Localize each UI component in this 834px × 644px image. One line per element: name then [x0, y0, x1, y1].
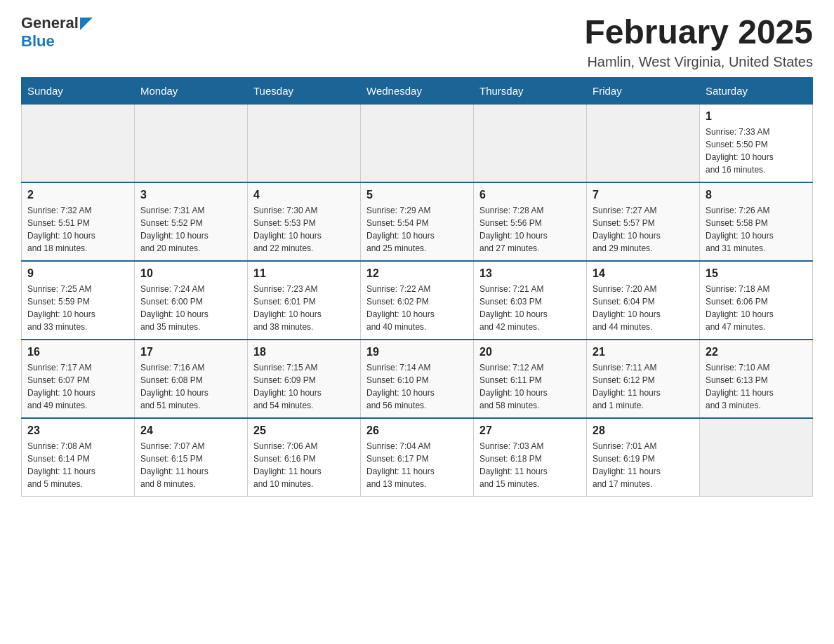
calendar-day-header: Tuesday — [248, 77, 361, 104]
calendar-day-cell — [361, 104, 474, 182]
calendar-week-row: 23Sunrise: 7:08 AM Sunset: 6:14 PM Dayli… — [22, 418, 813, 497]
calendar-day-header: Saturday — [700, 77, 813, 104]
calendar-day-cell: 16Sunrise: 7:17 AM Sunset: 6:07 PM Dayli… — [22, 340, 135, 418]
day-info: Sunrise: 7:24 AM Sunset: 6:00 PM Dayligh… — [140, 283, 241, 333]
calendar-day-cell: 23Sunrise: 7:08 AM Sunset: 6:14 PM Dayli… — [22, 418, 135, 497]
day-info: Sunrise: 7:33 AM Sunset: 5:50 PM Dayligh… — [706, 126, 807, 176]
calendar-day-cell: 11Sunrise: 7:23 AM Sunset: 6:01 PM Dayli… — [248, 261, 361, 340]
day-number: 10 — [140, 267, 241, 280]
day-info: Sunrise: 7:21 AM Sunset: 6:03 PM Dayligh… — [479, 283, 581, 333]
day-number: 6 — [479, 189, 581, 201]
day-number: 8 — [706, 189, 807, 201]
day-info: Sunrise: 7:22 AM Sunset: 6:02 PM Dayligh… — [366, 283, 468, 333]
day-info: Sunrise: 7:03 AM Sunset: 6:18 PM Dayligh… — [479, 440, 581, 490]
day-info: Sunrise: 7:01 AM Sunset: 6:19 PM Dayligh… — [593, 440, 694, 490]
calendar-day-cell: 17Sunrise: 7:16 AM Sunset: 6:08 PM Dayli… — [135, 340, 248, 418]
calendar-day-cell — [22, 104, 135, 182]
calendar-day-header: Friday — [587, 77, 700, 104]
calendar-day-cell: 3Sunrise: 7:31 AM Sunset: 5:52 PM Daylig… — [135, 182, 248, 261]
calendar-day-cell: 28Sunrise: 7:01 AM Sunset: 6:19 PM Dayli… — [587, 418, 700, 497]
day-number: 13 — [479, 267, 581, 280]
day-info: Sunrise: 7:16 AM Sunset: 6:08 PM Dayligh… — [140, 361, 241, 412]
calendar-day-header: Wednesday — [361, 77, 474, 104]
calendar-day-cell: 26Sunrise: 7:04 AM Sunset: 6:17 PM Dayli… — [361, 418, 474, 497]
day-info: Sunrise: 7:20 AM Sunset: 6:04 PM Dayligh… — [593, 283, 694, 333]
day-info: Sunrise: 7:04 AM Sunset: 6:17 PM Dayligh… — [366, 440, 468, 490]
day-info: Sunrise: 7:30 AM Sunset: 5:53 PM Dayligh… — [253, 204, 355, 255]
day-info: Sunrise: 7:29 AM Sunset: 5:54 PM Dayligh… — [366, 204, 468, 255]
day-number: 17 — [140, 346, 241, 358]
calendar-day-cell: 12Sunrise: 7:22 AM Sunset: 6:02 PM Dayli… — [361, 261, 474, 340]
day-number: 24 — [140, 424, 241, 437]
day-info: Sunrise: 7:10 AM Sunset: 6:13 PM Dayligh… — [706, 361, 807, 412]
day-number: 28 — [593, 424, 694, 437]
day-number: 22 — [706, 346, 807, 358]
calendar-day-header: Monday — [135, 77, 248, 104]
day-number: 27 — [479, 424, 581, 437]
calendar-day-cell: 1Sunrise: 7:33 AM Sunset: 5:50 PM Daylig… — [700, 104, 813, 182]
day-number: 18 — [253, 346, 355, 358]
day-number: 23 — [27, 424, 128, 437]
calendar-day-cell — [135, 104, 248, 182]
calendar-header-row: SundayMondayTuesdayWednesdayThursdayFrid… — [22, 77, 813, 104]
day-info: Sunrise: 7:31 AM Sunset: 5:52 PM Dayligh… — [140, 204, 241, 255]
day-info: Sunrise: 7:15 AM Sunset: 6:09 PM Dayligh… — [253, 361, 355, 412]
day-info: Sunrise: 7:07 AM Sunset: 6:15 PM Dayligh… — [140, 440, 241, 490]
calendar-day-cell — [587, 104, 700, 182]
logo-general-text: General — [21, 14, 79, 32]
day-number: 12 — [366, 267, 468, 280]
day-number: 19 — [366, 346, 468, 358]
calendar-day-cell — [248, 104, 361, 182]
calendar-week-row: 2Sunrise: 7:32 AM Sunset: 5:51 PM Daylig… — [22, 182, 813, 261]
day-number: 25 — [253, 424, 355, 437]
day-info: Sunrise: 7:25 AM Sunset: 5:59 PM Dayligh… — [27, 283, 128, 333]
day-number: 21 — [593, 346, 694, 358]
day-number: 9 — [27, 267, 128, 280]
day-info: Sunrise: 7:26 AM Sunset: 5:58 PM Dayligh… — [706, 204, 807, 255]
day-number: 26 — [366, 424, 468, 437]
logo-arrow-icon — [80, 18, 93, 30]
calendar-day-cell: 14Sunrise: 7:20 AM Sunset: 6:04 PM Dayli… — [587, 261, 700, 340]
day-number: 2 — [27, 189, 128, 201]
calendar-day-cell: 18Sunrise: 7:15 AM Sunset: 6:09 PM Dayli… — [248, 340, 361, 418]
day-number: 20 — [479, 346, 581, 358]
day-number: 4 — [253, 189, 355, 201]
month-title: February 2025 — [584, 14, 813, 51]
day-info: Sunrise: 7:28 AM Sunset: 5:56 PM Dayligh… — [479, 204, 581, 255]
calendar-day-cell — [474, 104, 587, 182]
day-number: 15 — [706, 267, 807, 280]
day-info: Sunrise: 7:18 AM Sunset: 6:06 PM Dayligh… — [706, 283, 807, 333]
location-subtitle: Hamlin, West Virginia, United States — [584, 54, 813, 70]
day-number: 5 — [366, 189, 468, 201]
day-info: Sunrise: 7:32 AM Sunset: 5:51 PM Dayligh… — [27, 204, 128, 255]
calendar-day-cell: 25Sunrise: 7:06 AM Sunset: 6:16 PM Dayli… — [248, 418, 361, 497]
calendar-day-header: Thursday — [474, 77, 587, 104]
calendar-day-cell: 13Sunrise: 7:21 AM Sunset: 6:03 PM Dayli… — [474, 261, 587, 340]
calendar-day-cell: 19Sunrise: 7:14 AM Sunset: 6:10 PM Dayli… — [361, 340, 474, 418]
logo-blue-text: Blue — [21, 32, 55, 51]
day-info: Sunrise: 7:23 AM Sunset: 6:01 PM Dayligh… — [253, 283, 355, 333]
day-number: 16 — [27, 346, 128, 358]
calendar-week-row: 9Sunrise: 7:25 AM Sunset: 5:59 PM Daylig… — [22, 261, 813, 340]
day-number: 14 — [593, 267, 694, 280]
day-info: Sunrise: 7:11 AM Sunset: 6:12 PM Dayligh… — [593, 361, 694, 412]
calendar-day-cell: 27Sunrise: 7:03 AM Sunset: 6:18 PM Dayli… — [474, 418, 587, 497]
logo: General Blue — [21, 14, 93, 51]
calendar-week-row: 1Sunrise: 7:33 AM Sunset: 5:50 PM Daylig… — [22, 104, 813, 182]
day-number: 11 — [253, 267, 355, 280]
calendar-table: SundayMondayTuesdayWednesdayThursdayFrid… — [21, 77, 813, 497]
calendar-day-cell: 10Sunrise: 7:24 AM Sunset: 6:00 PM Dayli… — [135, 261, 248, 340]
day-info: Sunrise: 7:08 AM Sunset: 6:14 PM Dayligh… — [27, 440, 128, 490]
calendar-day-cell: 7Sunrise: 7:27 AM Sunset: 5:57 PM Daylig… — [587, 182, 700, 261]
calendar-day-cell: 4Sunrise: 7:30 AM Sunset: 5:53 PM Daylig… — [248, 182, 361, 261]
day-number: 1 — [706, 110, 807, 123]
calendar-day-cell: 24Sunrise: 7:07 AM Sunset: 6:15 PM Dayli… — [135, 418, 248, 497]
calendar-day-cell: 21Sunrise: 7:11 AM Sunset: 6:12 PM Dayli… — [587, 340, 700, 418]
page-header: General Blue February 2025 Hamlin, West … — [21, 14, 813, 70]
calendar-day-cell — [700, 418, 813, 497]
calendar-week-row: 16Sunrise: 7:17 AM Sunset: 6:07 PM Dayli… — [22, 340, 813, 418]
calendar-day-cell: 6Sunrise: 7:28 AM Sunset: 5:56 PM Daylig… — [474, 182, 587, 261]
title-section: February 2025 Hamlin, West Virginia, Uni… — [584, 14, 813, 70]
calendar-day-cell: 9Sunrise: 7:25 AM Sunset: 5:59 PM Daylig… — [22, 261, 135, 340]
calendar-day-cell: 2Sunrise: 7:32 AM Sunset: 5:51 PM Daylig… — [22, 182, 135, 261]
